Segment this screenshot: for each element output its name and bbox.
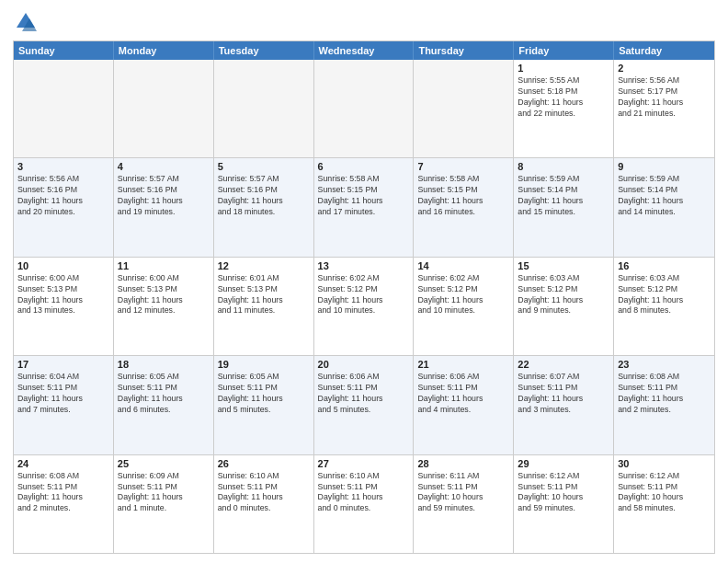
- calendar-row-4: 24Sunrise: 6:08 AMSunset: 5:11 PMDayligh…: [14, 455, 714, 553]
- header: [13, 9, 715, 35]
- cell-text-7: Sunrise: 5:58 AMSunset: 5:15 PMDaylight:…: [417, 174, 509, 218]
- day-number-17: 17: [17, 359, 109, 370]
- calendar-row-3: 17Sunrise: 6:04 AMSunset: 5:11 PMDayligh…: [14, 356, 714, 454]
- calendar-cell-r4-c2: 26Sunrise: 6:10 AMSunset: 5:11 PMDayligh…: [214, 455, 314, 553]
- day-number-25: 25: [118, 458, 210, 469]
- calendar-cell-r1-c2: 5Sunrise: 5:57 AMSunset: 5:16 PMDaylight…: [214, 158, 314, 256]
- header-cell-saturday: Saturday: [614, 41, 714, 60]
- cell-text-25: Sunrise: 6:09 AMSunset: 5:11 PMDaylight:…: [118, 471, 210, 515]
- cell-text-29: Sunrise: 6:12 AMSunset: 5:11 PMDaylight:…: [518, 471, 609, 515]
- calendar-header-row: SundayMondayTuesdayWednesdayThursdayFrid…: [14, 41, 714, 60]
- calendar-cell-r0-c1: [114, 60, 214, 157]
- calendar-cell-r3-c1: 18Sunrise: 6:05 AMSunset: 5:11 PMDayligh…: [114, 356, 214, 454]
- day-number-23: 23: [618, 359, 711, 370]
- cell-text-6: Sunrise: 5:58 AMSunset: 5:15 PMDaylight:…: [318, 174, 410, 218]
- calendar-cell-r2-c0: 10Sunrise: 6:00 AMSunset: 5:13 PMDayligh…: [14, 258, 114, 355]
- calendar-cell-r4-c4: 28Sunrise: 6:11 AMSunset: 5:11 PMDayligh…: [414, 455, 514, 553]
- cell-text-14: Sunrise: 6:02 AMSunset: 5:12 PMDaylight:…: [417, 273, 509, 317]
- calendar-cell-r1-c1: 4Sunrise: 5:57 AMSunset: 5:16 PMDaylight…: [114, 158, 214, 256]
- day-number-10: 10: [17, 260, 109, 271]
- header-cell-friday: Friday: [514, 41, 614, 60]
- logo-icon: [13, 9, 39, 35]
- day-number-18: 18: [118, 359, 210, 370]
- day-number-9: 9: [618, 161, 711, 172]
- day-number-28: 28: [417, 458, 509, 469]
- day-number-4: 4: [118, 161, 210, 172]
- calendar-cell-r2-c1: 11Sunrise: 6:00 AMSunset: 5:13 PMDayligh…: [114, 258, 214, 355]
- cell-text-15: Sunrise: 6:03 AMSunset: 5:12 PMDaylight:…: [518, 273, 609, 317]
- calendar-cell-r4-c1: 25Sunrise: 6:09 AMSunset: 5:11 PMDayligh…: [114, 455, 214, 553]
- cell-text-1: Sunrise: 5:55 AMSunset: 5:18 PMDaylight:…: [518, 75, 609, 120]
- calendar-cell-r0-c6: 2Sunrise: 5:56 AMSunset: 5:17 PMDaylight…: [614, 60, 714, 157]
- calendar-cell-r2-c2: 12Sunrise: 6:01 AMSunset: 5:13 PMDayligh…: [214, 258, 314, 355]
- day-number-21: 21: [417, 359, 509, 370]
- calendar: SundayMondayTuesdayWednesdayThursdayFrid…: [13, 40, 715, 554]
- cell-text-24: Sunrise: 6:08 AMSunset: 5:11 PMDaylight:…: [17, 471, 109, 515]
- day-number-1: 1: [518, 63, 609, 74]
- day-number-2: 2: [618, 63, 711, 74]
- calendar-cell-r1-c6: 9Sunrise: 5:59 AMSunset: 5:14 PMDaylight…: [614, 158, 714, 256]
- day-number-8: 8: [518, 161, 609, 172]
- day-number-30: 30: [618, 458, 711, 469]
- header-cell-thursday: Thursday: [414, 41, 514, 60]
- cell-text-3: Sunrise: 5:56 AMSunset: 5:16 PMDaylight:…: [17, 174, 109, 218]
- calendar-cell-r1-c3: 6Sunrise: 5:58 AMSunset: 5:15 PMDaylight…: [314, 158, 415, 256]
- day-number-24: 24: [17, 458, 109, 469]
- day-number-11: 11: [118, 260, 210, 271]
- page: SundayMondayTuesdayWednesdayThursdayFrid…: [0, 0, 728, 563]
- calendar-row-1: 3Sunrise: 5:56 AMSunset: 5:16 PMDaylight…: [14, 158, 714, 257]
- calendar-cell-r4-c0: 24Sunrise: 6:08 AMSunset: 5:11 PMDayligh…: [14, 455, 114, 553]
- calendar-cell-r3-c5: 22Sunrise: 6:07 AMSunset: 5:11 PMDayligh…: [514, 356, 614, 454]
- header-cell-tuesday: Tuesday: [214, 41, 314, 60]
- calendar-cell-r3-c2: 19Sunrise: 6:05 AMSunset: 5:11 PMDayligh…: [214, 356, 314, 454]
- calendar-cell-r1-c5: 8Sunrise: 5:59 AMSunset: 5:14 PMDaylight…: [514, 158, 614, 256]
- cell-text-30: Sunrise: 6:12 AMSunset: 5:11 PMDaylight:…: [618, 471, 711, 515]
- calendar-cell-r4-c3: 27Sunrise: 6:10 AMSunset: 5:11 PMDayligh…: [314, 455, 415, 553]
- cell-text-8: Sunrise: 5:59 AMSunset: 5:14 PMDaylight:…: [518, 174, 609, 218]
- cell-text-2: Sunrise: 5:56 AMSunset: 5:17 PMDaylight:…: [618, 75, 711, 120]
- day-number-15: 15: [518, 260, 609, 271]
- header-cell-sunday: Sunday: [14, 41, 114, 60]
- calendar-cell-r2-c5: 15Sunrise: 6:03 AMSunset: 5:12 PMDayligh…: [514, 258, 614, 355]
- cell-text-13: Sunrise: 6:02 AMSunset: 5:12 PMDaylight:…: [318, 273, 410, 317]
- calendar-body: 1Sunrise: 5:55 AMSunset: 5:18 PMDaylight…: [14, 60, 714, 553]
- calendar-cell-r0-c0: [14, 60, 114, 157]
- cell-text-18: Sunrise: 6:05 AMSunset: 5:11 PMDaylight:…: [118, 372, 210, 416]
- cell-text-17: Sunrise: 6:04 AMSunset: 5:11 PMDaylight:…: [17, 372, 109, 416]
- day-number-7: 7: [417, 161, 509, 172]
- calendar-cell-r3-c6: 23Sunrise: 6:08 AMSunset: 5:11 PMDayligh…: [614, 356, 714, 454]
- day-number-19: 19: [218, 359, 310, 370]
- cell-text-9: Sunrise: 5:59 AMSunset: 5:14 PMDaylight:…: [618, 174, 711, 218]
- calendar-cell-r4-c6: 30Sunrise: 6:12 AMSunset: 5:11 PMDayligh…: [614, 455, 714, 553]
- day-number-26: 26: [218, 458, 310, 469]
- cell-text-5: Sunrise: 5:57 AMSunset: 5:16 PMDaylight:…: [218, 174, 310, 218]
- cell-text-20: Sunrise: 6:06 AMSunset: 5:11 PMDaylight:…: [318, 372, 410, 416]
- calendar-cell-r0-c3: [314, 60, 415, 157]
- cell-text-23: Sunrise: 6:08 AMSunset: 5:11 PMDaylight:…: [618, 372, 711, 416]
- calendar-cell-r3-c0: 17Sunrise: 6:04 AMSunset: 5:11 PMDayligh…: [14, 356, 114, 454]
- day-number-12: 12: [218, 260, 310, 271]
- header-cell-monday: Monday: [114, 41, 214, 60]
- calendar-cell-r2-c4: 14Sunrise: 6:02 AMSunset: 5:12 PMDayligh…: [414, 258, 514, 355]
- cell-text-11: Sunrise: 6:00 AMSunset: 5:13 PMDaylight:…: [118, 273, 210, 317]
- day-number-20: 20: [318, 359, 410, 370]
- cell-text-27: Sunrise: 6:10 AMSunset: 5:11 PMDaylight:…: [318, 471, 410, 515]
- calendar-cell-r0-c2: [214, 60, 314, 157]
- day-number-13: 13: [318, 260, 410, 271]
- day-number-22: 22: [518, 359, 609, 370]
- day-number-16: 16: [618, 260, 711, 271]
- cell-text-19: Sunrise: 6:05 AMSunset: 5:11 PMDaylight:…: [218, 372, 310, 416]
- day-number-5: 5: [218, 161, 310, 172]
- day-number-14: 14: [417, 260, 509, 271]
- calendar-cell-r4-c5: 29Sunrise: 6:12 AMSunset: 5:11 PMDayligh…: [514, 455, 614, 553]
- cell-text-16: Sunrise: 6:03 AMSunset: 5:12 PMDaylight:…: [618, 273, 711, 317]
- calendar-cell-r2-c6: 16Sunrise: 6:03 AMSunset: 5:12 PMDayligh…: [614, 258, 714, 355]
- calendar-cell-r1-c4: 7Sunrise: 5:58 AMSunset: 5:15 PMDaylight…: [414, 158, 514, 256]
- cell-text-22: Sunrise: 6:07 AMSunset: 5:11 PMDaylight:…: [518, 372, 609, 416]
- cell-text-10: Sunrise: 6:00 AMSunset: 5:13 PMDaylight:…: [17, 273, 109, 317]
- header-cell-wednesday: Wednesday: [314, 41, 415, 60]
- day-number-6: 6: [318, 161, 410, 172]
- day-number-27: 27: [318, 458, 410, 469]
- day-number-29: 29: [518, 458, 609, 469]
- calendar-cell-r0-c5: 1Sunrise: 5:55 AMSunset: 5:18 PMDaylight…: [514, 60, 614, 157]
